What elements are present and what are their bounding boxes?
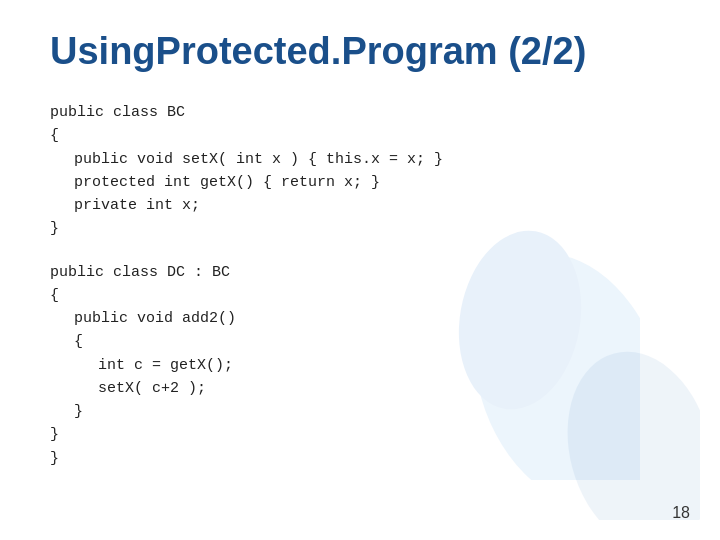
code-line-2: { (50, 124, 670, 147)
code-line-7: public class DC : BC (50, 261, 670, 284)
code-line-11: int c = getX(); (50, 354, 670, 377)
code-line-3: public void setX( int x ) { this.x = x; … (50, 148, 670, 171)
slide: UsingProtected.Program (2/2) public clas… (0, 0, 720, 540)
code-line-8: { (50, 284, 670, 307)
page-number: 18 (672, 504, 690, 522)
code-line-9: public void add2() (50, 307, 670, 330)
code-line-15: } (50, 447, 670, 470)
code-line-5: private int x; (50, 194, 670, 217)
code-line-10: { (50, 330, 670, 353)
code-line-13: } (50, 400, 670, 423)
slide-title: UsingProtected.Program (2/2) (50, 30, 670, 73)
code-line-6: } (50, 217, 670, 240)
code-line-12: setX( c+2 ); (50, 377, 670, 400)
code-section-2: public class DC : BC { public void add2(… (50, 261, 670, 470)
code-line-1: public class BC (50, 101, 670, 124)
code-line-4: protected int getX() { return x; } (50, 171, 670, 194)
code-section-1: public class BC { public void setX( int … (50, 101, 670, 241)
code-line-14: } (50, 423, 670, 446)
code-content: public class BC { public void setX( int … (50, 101, 670, 470)
